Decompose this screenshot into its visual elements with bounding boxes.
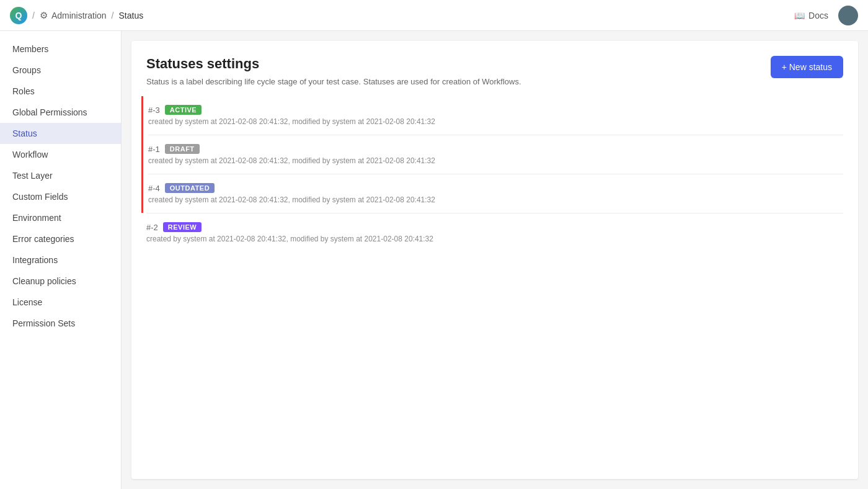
app-logo[interactable]: Q	[10, 7, 27, 24]
sidebar-item-test-layer[interactable]: Test Layer	[0, 165, 121, 186]
status-badge-review: REVIEW	[163, 222, 202, 232]
sidebar-item-license[interactable]: License	[0, 292, 121, 313]
status-badge-draft: DRAFT	[165, 144, 200, 154]
main-header: Statuses settings Status is a label desc…	[131, 41, 858, 96]
avatar[interactable]	[838, 6, 858, 25]
page-title: Statuses settings	[146, 56, 521, 72]
sidebar: Members Groups Roles Global Permissions …	[0, 31, 122, 489]
sidebar-item-status[interactable]: Status	[0, 123, 121, 144]
status-badge-active: ACTIVE	[165, 105, 202, 115]
gear-icon: ⚙	[40, 10, 48, 21]
status-item-active[interactable]: #-3 ACTIVE created by system at 2021-02-…	[148, 96, 843, 135]
app-header: Q / ⚙ Administration / Status 📖 Docs	[0, 0, 868, 31]
main-header-text: Statuses settings Status is a label desc…	[146, 56, 521, 86]
breadcrumb-sep-1: /	[32, 11, 35, 20]
breadcrumb: Q / ⚙ Administration / Status	[10, 7, 143, 24]
status-meta-draft: created by system at 2021-02-08 20:41:32…	[148, 156, 843, 165]
status-row-active: #-3 ACTIVE	[148, 105, 843, 115]
sidebar-item-environment[interactable]: Environment	[0, 207, 121, 228]
sidebar-item-error-categories[interactable]: Error categories	[0, 228, 121, 249]
status-item-review[interactable]: #-2 REVIEW created by system at 2021-02-…	[146, 213, 843, 252]
status-row-draft: #-1 DRAFT	[148, 144, 843, 154]
page-layout: Members Groups Roles Global Permissions …	[0, 31, 868, 489]
status-meta-outdated: created by system at 2021-02-08 20:41:32…	[148, 195, 843, 204]
header-right: 📖 Docs	[794, 6, 858, 25]
sidebar-item-groups[interactable]: Groups	[0, 60, 121, 81]
status-row-review: #-2 REVIEW	[146, 222, 843, 232]
new-status-button[interactable]: + New status	[771, 56, 843, 78]
sidebar-item-cleanup-policies[interactable]: Cleanup policies	[0, 271, 121, 292]
status-id-2: #-2	[146, 223, 158, 232]
page-description: Status is a label describing life cycle …	[146, 77, 521, 86]
status-item-draft[interactable]: #-1 DRAFT created by system at 2021-02-0…	[148, 135, 843, 174]
docs-link[interactable]: 📖 Docs	[794, 11, 828, 20]
sidebar-item-workflow[interactable]: Workflow	[0, 144, 121, 165]
book-icon: 📖	[794, 11, 805, 20]
breadcrumb-current: Status	[118, 11, 143, 20]
status-meta-active: created by system at 2021-02-08 20:41:32…	[148, 117, 843, 126]
status-id-1: #-1	[148, 145, 160, 154]
docs-label: Docs	[808, 11, 828, 20]
main-content: Statuses settings Status is a label desc…	[131, 41, 858, 479]
sidebar-item-integrations[interactable]: Integrations	[0, 249, 121, 271]
breadcrumb-admin-label: Administration	[51, 11, 107, 20]
sidebar-item-members[interactable]: Members	[0, 38, 121, 60]
status-item-outdated[interactable]: #-4 OUTDATED created by system at 2021-0…	[148, 174, 843, 213]
status-meta-review: created by system at 2021-02-08 20:41:32…	[146, 235, 843, 243]
sidebar-item-custom-fields[interactable]: Custom Fields	[0, 186, 121, 207]
status-list: #-3 ACTIVE created by system at 2021-02-…	[131, 96, 858, 252]
sidebar-item-roles[interactable]: Roles	[0, 81, 121, 102]
sidebar-item-permission-sets[interactable]: Permission Sets	[0, 313, 121, 334]
status-id-3: #-3	[148, 105, 160, 115]
status-row-outdated: #-4 OUTDATED	[148, 183, 843, 193]
breadcrumb-sep-2: /	[112, 11, 114, 20]
sidebar-item-global-permissions[interactable]: Global Permissions	[0, 102, 121, 123]
status-id-4: #-4	[148, 184, 160, 193]
red-border-group: #-3 ACTIVE created by system at 2021-02-…	[141, 96, 843, 213]
status-badge-outdated: OUTDATED	[165, 183, 215, 193]
breadcrumb-administration[interactable]: ⚙ Administration	[40, 10, 107, 21]
